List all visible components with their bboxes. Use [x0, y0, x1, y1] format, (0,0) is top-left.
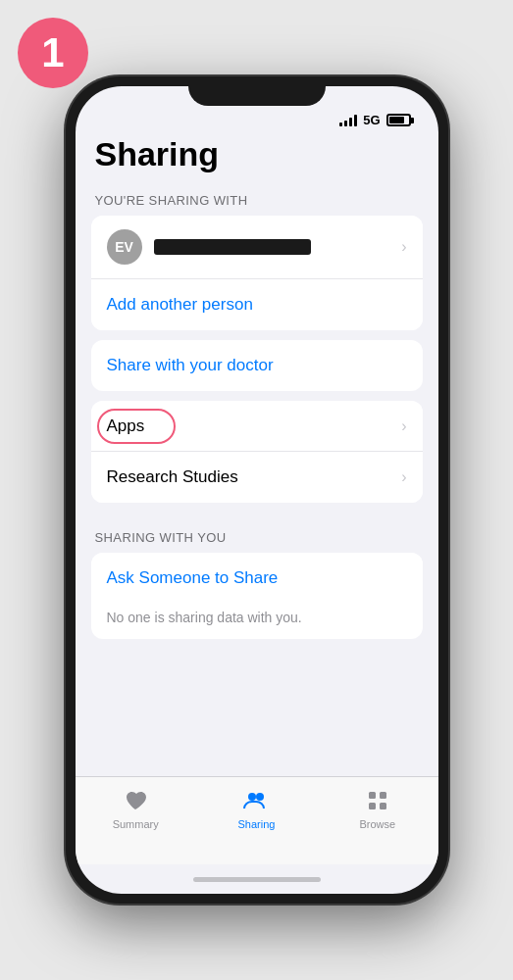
ask-someone-label: Ask Someone to Share [107, 568, 279, 588]
phone-frame: 5G Sharing You're Sharing With EV › Add … [66, 76, 448, 904]
svg-point-1 [256, 793, 264, 801]
tab-browse[interactable]: Browse [317, 787, 437, 830]
heart-icon [122, 787, 149, 814]
home-bar [193, 877, 321, 882]
svg-point-0 [248, 793, 256, 801]
page-title: Sharing [91, 135, 423, 173]
people-icon [242, 787, 270, 814]
share-doctor-item[interactable]: Share with your doctor [91, 340, 423, 391]
battery-icon [386, 114, 411, 126]
research-chevron-icon: › [401, 468, 406, 486]
apps-research-card: Apps › Research Studies › [91, 401, 423, 503]
research-list-item[interactable]: Research Studies › [91, 452, 423, 503]
content-area: Sharing You're Sharing With EV › Add ano… [76, 135, 438, 776]
tab-browse-label: Browse [359, 818, 395, 830]
apps-label: Apps [107, 416, 145, 436]
sharing-with-header: You're Sharing With [91, 193, 423, 208]
svg-rect-4 [369, 803, 376, 809]
status-icons: 5G [339, 113, 410, 127]
apps-list-item[interactable]: Apps › [91, 401, 423, 452]
add-person-label: Add another person [107, 295, 253, 315]
apps-chevron-icon: › [401, 417, 406, 435]
share-doctor-label: Share with your doctor [107, 356, 274, 375]
chevron-icon: › [401, 238, 406, 256]
network-type-label: 5G [363, 113, 380, 127]
sharing-you-header: Sharing With You [91, 530, 423, 545]
contact-avatar: EV [107, 229, 142, 265]
tab-sharing-label: Sharing [238, 818, 276, 830]
research-label: Research Studies [107, 467, 238, 487]
svg-rect-5 [380, 803, 386, 809]
contact-list-item[interactable]: EV › [91, 216, 423, 279]
svg-rect-2 [369, 792, 376, 799]
ask-someone-item[interactable]: Ask Someone to Share [91, 553, 423, 604]
tab-summary-label: Summary [113, 818, 159, 830]
sharing-with-card: EV › Add another person [91, 216, 423, 330]
add-person-item[interactable]: Add another person [91, 279, 423, 330]
phone-screen: 5G Sharing You're Sharing With EV › Add … [76, 86, 438, 894]
grid-icon [364, 787, 391, 814]
share-doctor-card[interactable]: Share with your doctor [91, 340, 423, 391]
sharing-you-card: Ask Someone to Share No one is sharing d… [91, 553, 423, 639]
tab-summary[interactable]: Summary [76, 787, 196, 830]
no-sharing-label: No one is sharing data with you. [91, 604, 423, 639]
tab-sharing[interactable]: Sharing [196, 787, 317, 830]
svg-rect-3 [380, 792, 386, 799]
tab-bar: Summary Sharing [76, 776, 438, 864]
step-number: 1 [41, 29, 64, 76]
step-badge: 1 [18, 18, 88, 88]
battery-fill [389, 117, 404, 123]
home-indicator [76, 864, 438, 894]
phone-notch [188, 76, 326, 106]
signal-icon [339, 115, 357, 126]
contact-name-redacted [154, 239, 311, 255]
